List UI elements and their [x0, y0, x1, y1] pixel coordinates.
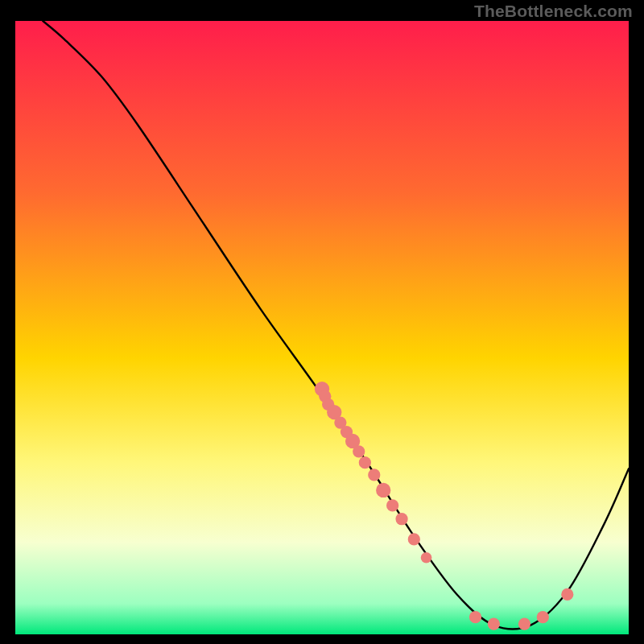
data-point — [376, 483, 390, 497]
data-point — [353, 445, 365, 457]
data-point — [359, 456, 371, 469]
data-point — [395, 513, 407, 525]
data-point — [408, 533, 420, 545]
data-point — [518, 617, 530, 630]
data-point — [469, 611, 481, 623]
data-point — [386, 499, 398, 511]
chart-frame: TheBottleneck.com — [0, 0, 644, 644]
chart-svg — [15, 21, 629, 634]
gradient-background — [15, 21, 629, 634]
plot-area — [15, 21, 629, 634]
attribution-label: TheBottleneck.com — [474, 2, 633, 21]
data-point — [561, 588, 573, 601]
data-point — [421, 552, 432, 564]
data-point — [488, 617, 500, 630]
data-point — [368, 469, 380, 481]
data-point — [537, 611, 549, 623]
